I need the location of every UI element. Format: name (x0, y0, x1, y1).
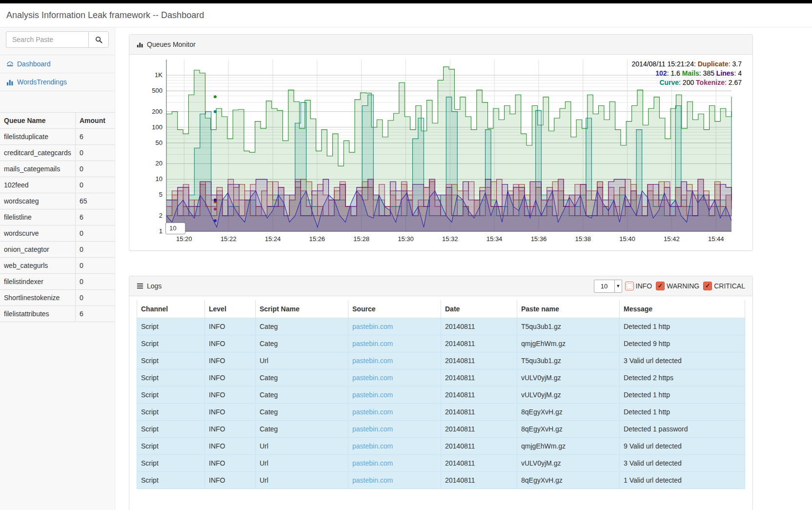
source-link[interactable]: pastebin.com (352, 442, 393, 450)
logs-panel-title: Logs (147, 282, 162, 290)
logs-row: ScriptINFOCategpastebin.com20140811T5qu3… (137, 318, 745, 335)
logs-cell: INFO (205, 335, 256, 352)
roll-period-input[interactable]: 10 (165, 223, 185, 234)
checked-checkbox-icon[interactable]: ✓ (703, 282, 712, 290)
legend-line: Curve: 200 Tokenize: 2.67 (632, 78, 742, 87)
svg-text:15:30: 15:30 (398, 235, 414, 243)
source-link[interactable]: pastebin.com (352, 476, 393, 484)
logs-page-size-select[interactable]: 10 ▼ (594, 280, 622, 293)
queue-amount: 0 (76, 225, 115, 242)
top-black-bar (0, 0, 812, 3)
logs-cell: qmjgEhWm.gz (517, 335, 620, 352)
logs-cell: 20140811 (441, 404, 517, 421)
source-link[interactable]: pastebin.com (352, 391, 393, 399)
logs-cell: Categ (256, 421, 348, 438)
logs-cell: 8qEgyXvH.gz (517, 421, 620, 438)
queue-row: creditcard_categcards0 (0, 145, 115, 161)
svg-text:15:44: 15:44 (708, 235, 724, 243)
svg-text:1K: 1K (155, 71, 162, 79)
logs-cell: 20140811 (441, 455, 517, 472)
queue-row: web_categurls0 (0, 258, 115, 274)
legend-series-name: Mails (682, 69, 699, 77)
logs-cell: Script (137, 318, 205, 335)
logs-cell: 20140811 (441, 318, 517, 335)
chart-legend: 2014/08/11 15:21:24: Duplicate: 3.7102: … (632, 60, 742, 87)
legend-series-name: Duplicate (698, 60, 729, 68)
legend-series-name: Curve (659, 79, 679, 86)
queue-amount: 0 (76, 290, 115, 306)
logs-cell: INFO (205, 369, 256, 387)
logs-cell: INFO (205, 318, 256, 335)
logs-cell: Detected 1 password (620, 421, 745, 438)
sidebar-item-dashboard[interactable]: Dashboard (0, 55, 115, 73)
sidebar-item-label: Dashboard (17, 60, 51, 68)
source-link[interactable]: pastebin.com (352, 459, 393, 467)
queues-chart-area[interactable]: 15:2015:2215:2415:2615:2815:3015:3215:34… (129, 55, 752, 247)
unchecked-checkbox-icon[interactable] (625, 282, 634, 290)
filter-info-checkbox[interactable]: INFO (625, 282, 652, 290)
queue-name: onion_categtor (0, 242, 76, 258)
queue-name: wordscurve (0, 225, 76, 242)
svg-text:1: 1 (159, 227, 162, 235)
logs-page-size-value: 10 (594, 283, 614, 290)
source-link[interactable]: pastebin.com (352, 357, 393, 365)
search-group (6, 31, 109, 48)
source-link[interactable]: pastebin.com (352, 323, 393, 330)
queue-name: filelistindexer (0, 274, 76, 290)
logs-cell: T5qu3ub1.gz (517, 352, 620, 369)
logs-col-header: Level (205, 300, 256, 318)
logs-cell: Categ (256, 318, 348, 335)
logs-row: ScriptINFOUrlpastebin.com20140811T5qu3ub… (137, 352, 745, 369)
queue-row: 102feed0 (0, 177, 115, 193)
svg-text:15:26: 15:26 (309, 235, 325, 243)
logs-cell: INFO (205, 387, 256, 404)
search-button[interactable] (88, 31, 109, 48)
logs-cell: Script (137, 387, 205, 404)
svg-text:15:36: 15:36 (531, 235, 547, 243)
checked-checkbox-icon[interactable]: ✓ (656, 282, 665, 290)
logs-cell: Detected 1 http (620, 404, 745, 421)
svg-text:15:34: 15:34 (487, 235, 503, 243)
logs-cell: vULV0yjM.gz (517, 369, 620, 387)
queue-amount: 0 (76, 274, 115, 290)
svg-text:15:22: 15:22 (221, 235, 237, 243)
logs-cell: 3 Valid url detected (620, 352, 745, 369)
logs-cell: 1 Valid url detected (620, 472, 745, 489)
filter-warning-checkbox[interactable]: ✓WARNING (656, 282, 699, 290)
logs-col-header: Script Name (256, 300, 348, 318)
queue-name: filelistduplicate (0, 129, 76, 145)
logs-cell: 3 Valid url detected (620, 455, 745, 472)
stats-icon (137, 41, 143, 48)
logs-cell: INFO (205, 455, 256, 472)
logs-cell: 20140811 (441, 438, 517, 455)
queue-amount: 6 (76, 129, 115, 145)
search-input[interactable] (6, 31, 88, 48)
sidebar-nav: Dashboard WordsTrendings (0, 55, 115, 91)
logs-table: ChannelLevelScript NameSourceDatePaste n… (137, 300, 745, 489)
queue-amount: 0 (76, 161, 115, 177)
source-link[interactable]: pastebin.com (352, 340, 393, 347)
queue-row: filelistattributes6 (0, 306, 115, 322)
list-icon (137, 283, 143, 289)
source-link[interactable]: pastebin.com (352, 374, 393, 382)
svg-text:15:40: 15:40 (619, 235, 635, 243)
logs-cell: Script (137, 352, 205, 369)
filter-critical-checkbox[interactable]: ✓CRITICAL (703, 282, 745, 290)
logs-cell: 8qEgyXvH.gz (517, 404, 620, 421)
queue-amount: 6 (76, 209, 115, 225)
svg-text:15:32: 15:32 (442, 235, 458, 243)
logs-cell: INFO (205, 352, 256, 369)
source-link[interactable]: pastebin.com (352, 425, 393, 433)
svg-text:200: 200 (152, 108, 162, 115)
log-level-filters: INFO✓WARNING✓CRITICAL (625, 282, 745, 290)
source-link[interactable]: pastebin.com (352, 408, 393, 416)
logs-cell: pastebin.com (348, 352, 441, 369)
sidebar-item-wordstrendings[interactable]: WordsTrendings (0, 73, 115, 91)
filter-label: CRITICAL (714, 282, 745, 290)
bar-chart-icon (6, 79, 14, 86)
logs-cell: Url (256, 472, 348, 489)
legend-line: 102: 1.6 Mails: 385 Lines: 4 (632, 69, 742, 78)
queue-table: Queue Name Amount filelistduplicate6cred… (0, 112, 115, 322)
queue-name: creditcard_categcards (0, 145, 76, 161)
logs-col-header: Paste name (517, 300, 620, 318)
